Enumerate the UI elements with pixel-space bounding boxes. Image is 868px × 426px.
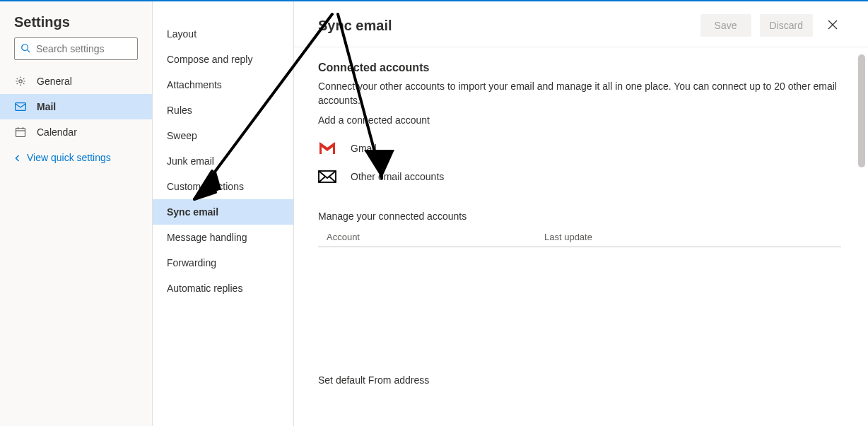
save-button[interactable]: Save <box>700 14 751 37</box>
subnav-item-customer-actions[interactable]: Customer actions <box>153 174 293 199</box>
subnav-item-junk-email[interactable]: Junk email <box>153 148 293 174</box>
svg-line-1 <box>28 49 30 52</box>
main-body-wrap: Connected accounts Connect your other ac… <box>294 47 868 426</box>
subnav-item-rules[interactable]: Rules <box>153 97 293 123</box>
settings-sidebar: Settings General <box>0 1 153 426</box>
add-connected-label: Add a connected account <box>318 114 844 126</box>
search-box[interactable] <box>14 37 138 60</box>
add-gmail-row[interactable]: Gmail <box>318 134 844 162</box>
nav-item-general[interactable]: General <box>0 69 152 94</box>
discard-button[interactable]: Discard <box>760 14 813 37</box>
nav-label: General <box>37 76 72 87</box>
gmail-label: Gmail <box>351 143 377 154</box>
search-icon <box>20 43 30 55</box>
chevron-left-icon <box>14 152 21 163</box>
main-header: Sync email Save Discard <box>294 1 868 47</box>
settings-title: Settings <box>0 14 152 37</box>
scrollbar-thumb[interactable] <box>858 54 865 167</box>
mail-subnav: Layout Compose and reply Attachments Rul… <box>153 1 294 426</box>
nav-label: Mail <box>37 101 56 112</box>
subnav-item-sweep[interactable]: Sweep <box>153 123 293 148</box>
page-title: Sync email <box>318 18 392 34</box>
view-quick-settings-link[interactable]: View quick settings <box>0 145 152 170</box>
table-empty-space <box>318 247 844 367</box>
scrollbar[interactable] <box>857 49 867 425</box>
main-body: Connected accounts Connect your other ac… <box>294 47 868 426</box>
calendar-icon <box>14 126 27 138</box>
svg-point-2 <box>19 80 22 83</box>
envelope-icon <box>318 170 339 183</box>
search-container <box>0 37 152 69</box>
subnav-item-attachments[interactable]: Attachments <box>153 72 293 97</box>
subnav-item-message-handling[interactable]: Message handling <box>153 225 293 250</box>
other-email-label: Other email accounts <box>351 171 444 182</box>
nav-label: Calendar <box>37 126 77 138</box>
subnav-item-compose-reply[interactable]: Compose and reply <box>153 47 293 72</box>
accounts-table-header: Account Last update <box>318 232 841 247</box>
settings-app: Settings General <box>0 0 868 426</box>
mail-icon <box>14 102 27 111</box>
nav-item-calendar[interactable]: Calendar <box>0 119 152 145</box>
subnav-item-sync-email[interactable]: Sync email <box>153 199 293 225</box>
subnav-item-layout[interactable]: Layout <box>153 21 293 47</box>
close-button[interactable] <box>821 14 844 37</box>
gmail-icon <box>318 141 339 155</box>
subnav-item-automatic-replies[interactable]: Automatic replies <box>153 276 293 301</box>
svg-point-0 <box>22 44 28 50</box>
quick-settings-label: View quick settings <box>27 152 111 163</box>
connected-accounts-desc: Connect your other accounts to import yo… <box>318 80 841 107</box>
settings-nav: General Mail <box>0 69 152 145</box>
close-icon <box>828 20 838 32</box>
header-actions: Save Discard <box>700 14 844 37</box>
col-last-update: Last update <box>544 232 841 242</box>
add-other-email-row[interactable]: Other email accounts <box>318 162 844 191</box>
search-input[interactable] <box>35 42 161 55</box>
svg-rect-4 <box>16 129 25 137</box>
main-pane: Sync email Save Discard Connected accoun… <box>294 1 868 426</box>
gear-icon <box>14 76 27 87</box>
connected-accounts-heading: Connected accounts <box>318 61 844 74</box>
col-account: Account <box>318 232 544 242</box>
subnav-item-forwarding[interactable]: Forwarding <box>153 250 293 276</box>
svg-rect-3 <box>16 103 26 111</box>
nav-item-mail[interactable]: Mail <box>0 94 152 119</box>
manage-accounts-heading: Manage your connected accounts <box>318 211 844 222</box>
default-from-heading: Set default From address <box>318 374 844 386</box>
